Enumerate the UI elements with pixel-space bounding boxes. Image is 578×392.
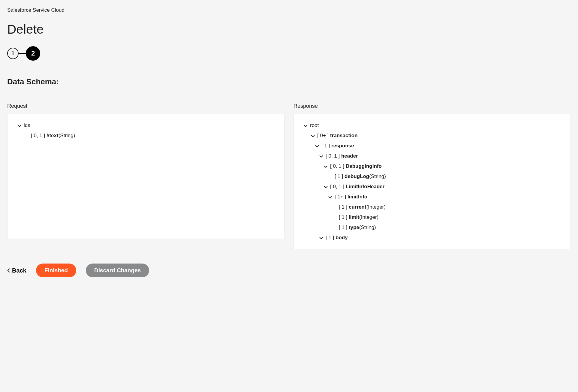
chevron-down-icon[interactable]	[323, 164, 328, 168]
tree-node-type: (String)	[369, 171, 386, 182]
tree-node-current[interactable]: [ 1 ] current (Integer)	[303, 202, 561, 212]
tree-node-type-field[interactable]: [ 1 ] type (String)	[303, 222, 561, 233]
tree-node-type: (String)	[359, 222, 376, 233]
tree-node-name: response	[331, 141, 354, 151]
tree-node-limit[interactable]: [ 1 ] limit (Integer)	[303, 212, 561, 222]
tree-node-label: ids	[24, 120, 30, 131]
tree-node-name: limit	[349, 212, 359, 222]
request-column: Request ids [ 0, 1 ] #text (String)	[7, 103, 284, 249]
tree-cardinality: [ 0, 1 ]	[326, 151, 341, 161]
tree-node-name: #text	[47, 131, 59, 141]
tree-node-type: (Integer)	[359, 212, 378, 222]
discard-changes-button[interactable]: Discard Changes	[86, 264, 149, 277]
tree-cardinality: [ 0, 1 ]	[31, 131, 47, 141]
request-label: Request	[7, 103, 284, 109]
tree-node-debuglog[interactable]: [ 1 ] debugLog (String)	[303, 171, 561, 182]
section-title: Data Schema:	[7, 77, 571, 86]
tree-cardinality: [ 1 ]	[326, 233, 336, 243]
chevron-down-icon[interactable]	[318, 154, 324, 158]
tree-node-type: (Integer)	[366, 202, 386, 212]
back-button[interactable]: Back	[7, 267, 26, 274]
chevron-down-icon[interactable]	[323, 185, 328, 189]
request-schema-box: ids [ 0, 1 ] #text (String)	[7, 114, 284, 239]
tree-node-name: LimitInfoHeader	[346, 182, 384, 192]
tree-node-body[interactable]: [ 1 ] body	[303, 233, 561, 243]
stepper: 1 2	[7, 46, 571, 61]
tree-node-ids[interactable]: ids	[17, 120, 275, 131]
tree-cardinality: [ 0, 1 ]	[330, 161, 346, 171]
tree-cardinality: [ 1 ]	[339, 222, 349, 233]
tree-node-label: root	[310, 120, 319, 131]
response-schema-box: root [ 0+ ] transaction [ 1 ] response	[294, 114, 571, 249]
tree-node-header[interactable]: [ 0, 1 ] header	[303, 151, 561, 161]
tree-cardinality: [ 1+ ]	[335, 192, 348, 202]
tree-node-root[interactable]: root	[303, 120, 561, 131]
breadcrumb-link[interactable]: Salesforce Service Cloud	[7, 7, 571, 13]
chevron-left-icon	[7, 267, 10, 274]
chevron-down-icon[interactable]	[314, 144, 320, 148]
tree-cardinality: [ 0+ ]	[317, 131, 330, 141]
tree-node-response[interactable]: [ 1 ] response	[303, 141, 561, 151]
tree-cardinality: [ 1 ]	[339, 212, 349, 222]
chevron-down-icon[interactable]	[318, 236, 324, 240]
tree-cardinality: [ 0, 1 ]	[330, 182, 346, 192]
step-2[interactable]: 2	[26, 46, 40, 61]
tree-node-transaction[interactable]: [ 0+ ] transaction	[303, 131, 561, 141]
tree-node-limitinfoheader[interactable]: [ 0, 1 ] LimitInfoHeader	[303, 182, 561, 192]
tree-node-name: DebuggingInfo	[346, 161, 382, 171]
tree-cardinality: [ 1 ]	[339, 202, 349, 212]
tree-node-name: type	[349, 222, 359, 233]
tree-node-name: header	[341, 151, 358, 161]
footer-actions: Back Finished Discard Changes	[7, 264, 571, 277]
response-column: Response root [ 0+ ] transaction [ 1	[294, 103, 571, 249]
step-connector	[19, 53, 26, 54]
back-button-label: Back	[12, 267, 26, 274]
tree-node-name: current	[349, 202, 366, 212]
tree-node-name: limitInfo	[348, 192, 367, 202]
tree-node-limitinfo[interactable]: [ 1+ ] limitInfo	[303, 192, 561, 202]
tree-cardinality: [ 1 ]	[321, 141, 331, 151]
tree-node-debugginginfo[interactable]: [ 0, 1 ] DebuggingInfo	[303, 161, 561, 171]
chevron-down-icon[interactable]	[327, 195, 333, 199]
tree-node-name: transaction	[330, 131, 358, 141]
chevron-down-icon[interactable]	[303, 124, 308, 128]
tree-node-type: (String)	[59, 131, 75, 141]
tree-cardinality: [ 1 ]	[335, 171, 345, 182]
tree-node-text[interactable]: [ 0, 1 ] #text (String)	[17, 131, 275, 141]
chevron-down-icon[interactable]	[310, 134, 315, 138]
finished-button[interactable]: Finished	[36, 264, 76, 277]
step-1[interactable]: 1	[7, 48, 19, 59]
chevron-down-icon[interactable]	[17, 124, 22, 128]
tree-node-name: body	[336, 233, 348, 243]
page-title: Delete	[7, 22, 571, 37]
response-label: Response	[294, 103, 571, 109]
tree-node-name: debugLog	[345, 171, 369, 182]
